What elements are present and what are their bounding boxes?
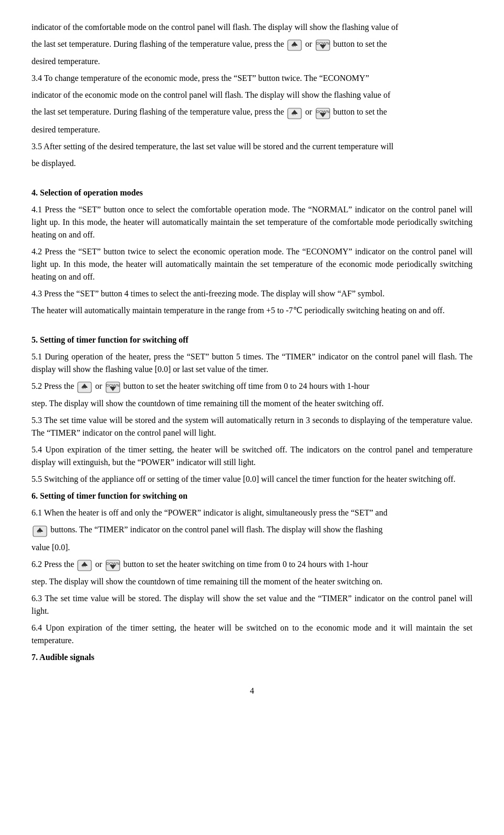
s64: 6.4 Upon expiration of the timer setting…: [32, 622, 472, 647]
s34-line2: indicator of the economic mode on the co…: [32, 89, 472, 101]
s41: 4.1 Press the “SET” button once to selec…: [32, 203, 472, 241]
up-button-icon-5: UP: [77, 559, 92, 571]
s63: 6.3 The set time value will be stored. T…: [32, 592, 472, 617]
page-number: 4: [32, 685, 472, 697]
intro-line2: the last set temperature. During flashin…: [32, 38, 472, 51]
s61-1: 6.1 When the heater is off and only the …: [32, 507, 472, 519]
s43-1: 4.3 Press the “SET” button 4 times to se…: [32, 287, 472, 300]
down-button-icon-3: DOWN: [106, 380, 120, 393]
up-button-icon-3: UP: [77, 380, 92, 393]
up-button-icon: UP: [287, 38, 302, 51]
s61-2: UP buttons. The “TIMER” indicator on the…: [32, 523, 472, 537]
s34: 3.4 To change temperature of the economi…: [32, 72, 472, 85]
s34-line3: the last set temperature. During flashin…: [32, 106, 472, 119]
s35-line2: be displayed.: [32, 157, 472, 170]
down-button-icon-5: DOWN: [106, 559, 120, 571]
desired-temp-2: desired temperature.: [32, 123, 472, 136]
s35: 3.5 After setting of the desired tempera…: [32, 140, 472, 153]
page-content: indicator of the comfortable mode on the…: [32, 21, 472, 697]
section5-title: 5. Setting of timer function for switchi…: [32, 334, 472, 346]
down-button-icon-2: DOWN: [316, 107, 330, 119]
up-button-icon-4: UP: [33, 524, 47, 537]
section7-title: 7. Audible signals: [32, 651, 472, 664]
s51: 5.1 During operation of the heater, pres…: [32, 351, 472, 376]
down-button-icon: DOWN: [316, 38, 330, 51]
up-button-icon-2: UP: [287, 107, 302, 119]
s62: 6.2 Press the UP or DOWN button to set t…: [32, 558, 472, 571]
section6-title: 6. Setting of timer function for switchi…: [32, 490, 472, 502]
s54: 5.4 Upon expiration of the timer setting…: [32, 444, 472, 469]
s52: 5.2 Press the UP or DOWN button to set t…: [32, 380, 472, 393]
s62-2: step. The display will show the countdow…: [32, 575, 472, 588]
intro-line1: indicator of the comfortable mode on the…: [32, 21, 472, 34]
s42: 4.2 Press the “SET” button twice to sele…: [32, 245, 472, 283]
intro-desired-temp: desired temperature.: [32, 55, 472, 68]
s52-2: step. The display will show the countdow…: [32, 397, 472, 410]
section4-title: 4. Selection of operation modes: [32, 187, 472, 199]
s55: 5.5 Switching of the appliance off or se…: [32, 473, 472, 486]
s61-3: value [0.0].: [32, 541, 472, 554]
s43-2: The heater will automatically maintain t…: [32, 304, 472, 317]
s53: 5.3 The set time value will be stored an…: [32, 414, 472, 439]
